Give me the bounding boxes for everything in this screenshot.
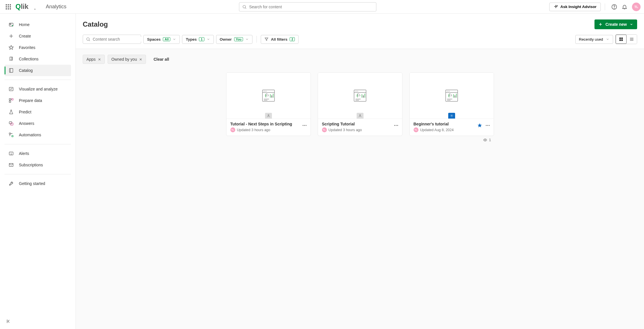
filter-types[interactable]: Types 1 xyxy=(182,35,214,44)
svg-text:Qlik: Qlik xyxy=(15,3,29,10)
collapse-sidebar-button[interactable] xyxy=(6,319,11,324)
filter-badge: All xyxy=(163,37,170,41)
create-new-button[interactable]: Create new xyxy=(594,19,637,29)
svg-point-11 xyxy=(243,5,246,8)
svg-rect-3 xyxy=(6,6,7,7)
space-badge-icon xyxy=(357,113,364,119)
alert-icon xyxy=(9,151,14,156)
app-launcher-icon[interactable] xyxy=(3,2,13,12)
close-icon[interactable] xyxy=(139,58,142,61)
close-icon[interactable] xyxy=(98,58,101,61)
plus-icon xyxy=(9,34,14,39)
svg-line-40 xyxy=(89,40,90,41)
filter-chip-owned[interactable]: Owned by you xyxy=(108,55,146,64)
chip-label: Owned by you xyxy=(111,57,137,62)
svg-point-14 xyxy=(614,8,614,8)
sidebar-item-prepare-data[interactable]: Prepare data xyxy=(5,95,71,106)
sidebar-item-label: Prepare data xyxy=(19,98,42,103)
owner-avatar: TL xyxy=(322,127,327,132)
svg-rect-29 xyxy=(9,133,11,134)
brand-logo[interactable]: Qlik xyxy=(15,3,36,11)
svg-point-56 xyxy=(265,91,265,92)
ask-insight-advisor-button[interactable]: Ask Insight Advisor xyxy=(549,3,601,11)
app-card[interactable]: Beginner's tutorial TL Updated Aug 8, 20… xyxy=(409,72,494,136)
filter-spaces[interactable]: Spaces All xyxy=(143,35,180,44)
svg-rect-25 xyxy=(12,98,13,100)
global-search[interactable] xyxy=(239,2,376,11)
notifications-button[interactable] xyxy=(619,2,630,12)
svg-rect-30 xyxy=(12,135,13,137)
card-thumbnail xyxy=(410,73,494,119)
sidebar-item-favorites[interactable]: Favorites xyxy=(5,42,71,53)
content-search[interactable] xyxy=(83,35,141,44)
filter-label: Types xyxy=(186,37,197,42)
bookmark-icon xyxy=(9,56,14,62)
card-views: 1 xyxy=(409,136,494,144)
catalog-icon xyxy=(9,68,14,73)
sidebar-item-visualize[interactable]: Visualize and analyze xyxy=(5,83,71,95)
automation-icon xyxy=(9,132,14,137)
svg-rect-72 xyxy=(361,94,362,98)
sidebar-item-create[interactable]: Create xyxy=(5,30,71,42)
app-card[interactable]: Tutorial - Next Steps in Scripting TL Up… xyxy=(226,72,311,136)
svg-point-71 xyxy=(357,91,358,92)
svg-rect-7 xyxy=(8,8,9,9)
svg-rect-88 xyxy=(456,94,457,98)
svg-rect-26 xyxy=(9,101,11,103)
divider xyxy=(256,36,257,43)
star-icon[interactable] xyxy=(477,123,482,128)
star-icon xyxy=(9,45,14,50)
chip-label: Apps xyxy=(86,57,96,62)
svg-rect-86 xyxy=(453,94,454,98)
svg-rect-21 xyxy=(9,68,13,72)
sidebar-item-label: Collections xyxy=(19,57,38,61)
rocket-icon xyxy=(9,181,14,186)
sidebar-item-answers[interactable]: Answers xyxy=(5,118,71,129)
mail-icon xyxy=(9,162,14,168)
content-search-input[interactable] xyxy=(93,37,143,42)
svg-rect-74 xyxy=(364,94,365,98)
svg-point-17 xyxy=(12,25,13,26)
sidebar-item-predict[interactable]: Predict xyxy=(5,106,71,118)
svg-point-63 xyxy=(268,115,269,116)
sidebar-item-automations[interactable]: Automations xyxy=(5,129,71,141)
sidebar-item-subscriptions[interactable]: Subscriptions xyxy=(5,159,71,171)
filter-all-filters[interactable]: All filters 2 xyxy=(261,35,299,44)
svg-point-39 xyxy=(87,38,89,40)
more-actions-button[interactable] xyxy=(394,123,399,128)
card-meta: Updated 3 hours ago xyxy=(329,128,362,132)
bell-icon xyxy=(622,4,627,10)
divider xyxy=(5,174,71,174)
sidebar-item-getting-started[interactable]: Getting started xyxy=(5,178,71,189)
chevron-down-icon xyxy=(207,38,210,41)
filter-owner[interactable]: Owner You xyxy=(216,35,253,44)
grid-view-button[interactable] xyxy=(616,35,627,44)
svg-rect-45 xyxy=(621,40,623,41)
more-actions-button[interactable] xyxy=(302,123,307,128)
sidebar-item-catalog[interactable]: Catalog xyxy=(5,65,71,76)
svg-point-69 xyxy=(355,91,356,92)
sidebar-item-home[interactable]: Home xyxy=(5,19,71,30)
svg-point-78 xyxy=(394,125,395,126)
sort-dropdown[interactable]: Recently used xyxy=(575,35,613,44)
sidebar-item-alerts[interactable]: Alerts xyxy=(5,148,71,159)
sidebar-item-collections[interactable]: Collections xyxy=(5,53,71,65)
svg-point-96 xyxy=(485,139,486,141)
svg-point-64 xyxy=(303,125,303,126)
help-button[interactable] xyxy=(609,2,619,12)
svg-rect-24 xyxy=(9,98,11,100)
svg-point-85 xyxy=(449,91,450,92)
svg-marker-92 xyxy=(477,123,482,127)
app-card[interactable]: Scripting Tutorial TL Updated 3 hours ag… xyxy=(318,72,402,136)
svg-rect-0 xyxy=(6,4,7,5)
search-input[interactable] xyxy=(249,5,373,9)
svg-rect-1 xyxy=(8,4,9,5)
svg-point-10 xyxy=(35,9,35,9)
filter-chip-apps[interactable]: Apps xyxy=(83,55,105,64)
clear-all-button[interactable]: Clear all xyxy=(153,57,169,62)
more-actions-button[interactable] xyxy=(485,123,490,128)
user-avatar[interactable]: TL xyxy=(632,3,641,11)
filter-badge: You xyxy=(234,37,243,41)
home-icon xyxy=(9,22,14,27)
list-view-button[interactable] xyxy=(627,35,637,44)
